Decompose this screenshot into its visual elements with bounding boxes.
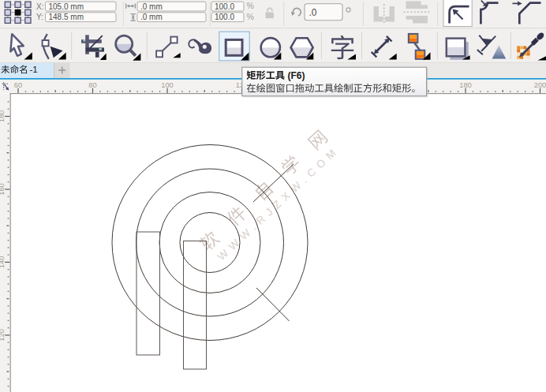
svg-text:200: 200 xyxy=(534,81,546,89)
svg-text:%: % xyxy=(247,1,254,10)
svg-text:%: % xyxy=(247,12,254,21)
svg-text:100.0: 100.0 xyxy=(215,13,234,21)
svg-text:180: 180 xyxy=(0,110,6,123)
svg-text:100.0: 100.0 xyxy=(215,2,234,11)
svg-text:140: 140 xyxy=(0,256,6,269)
svg-text:(F6): (F6) xyxy=(288,70,305,81)
svg-text:80: 80 xyxy=(88,81,96,89)
svg-text:160: 160 xyxy=(0,183,6,196)
svg-text:Y:: Y: xyxy=(36,13,43,21)
svg-text:180: 180 xyxy=(459,81,472,89)
svg-text:148.5 mm: 148.5 mm xyxy=(49,13,84,21)
svg-text:.0 mm: .0 mm xyxy=(140,2,163,11)
svg-text:.0: .0 xyxy=(309,7,317,18)
svg-text:X:: X: xyxy=(36,2,43,11)
svg-text:120: 120 xyxy=(0,329,6,342)
svg-text:.0 mm: .0 mm xyxy=(140,13,163,21)
svg-text:100: 100 xyxy=(161,81,174,89)
svg-text:105.0 mm: 105.0 mm xyxy=(49,2,84,11)
svg-text:-1: -1 xyxy=(30,64,38,74)
svg-text:60: 60 xyxy=(14,81,22,89)
